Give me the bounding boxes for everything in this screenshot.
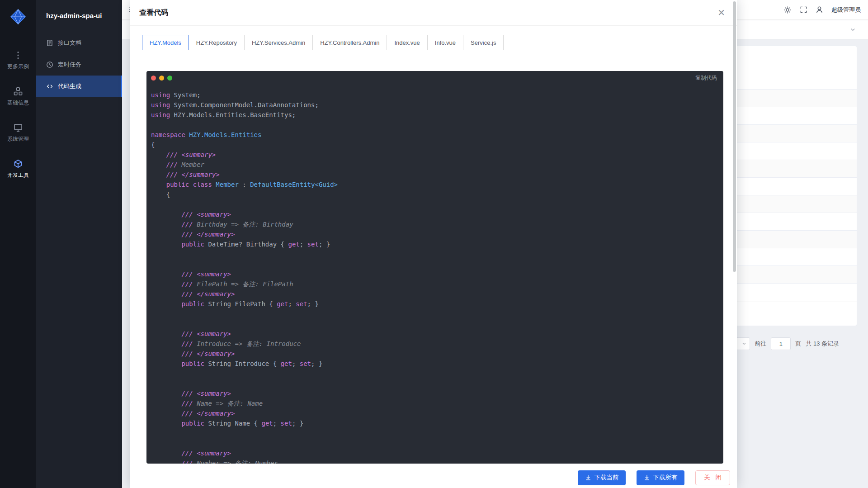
sidebar-item-basic-info[interactable]: 基础信息 <box>0 79 36 115</box>
document-icon <box>46 39 53 47</box>
window-dot-green-icon <box>167 76 172 81</box>
secondary-sidebar: hzy-admin-spa-ui 接口文档 定时任务 <box>36 0 122 488</box>
primary-sidebar: 更多示例 基础信息 系 <box>0 0 36 488</box>
menu-item-api-docs[interactable]: 接口文档 <box>36 32 122 54</box>
primary-nav: 更多示例 基础信息 系 <box>0 43 36 187</box>
download-icon <box>644 474 650 481</box>
modal-footer: 下载当前 下载所有 关 闭 <box>130 467 737 488</box>
menu-item-label: 接口文档 <box>58 39 81 47</box>
secondary-menu: 接口文档 定时任务 代码生成 <box>36 32 122 97</box>
code-tab[interactable]: HZY.Repository <box>189 35 245 50</box>
code-panel: 复制代码 using System;using System.Component… <box>146 71 723 464</box>
code-toolbar: 复制代码 <box>146 71 723 85</box>
code-tab[interactable]: Info.vue <box>427 35 463 50</box>
chevron-down-icon <box>741 341 747 346</box>
clock-icon <box>46 61 53 68</box>
download-all-button[interactable]: 下载所有 <box>637 470 684 485</box>
pagination-goto-label: 前往 <box>755 340 766 348</box>
menu-item-label: 定时任务 <box>58 61 81 69</box>
download-icon <box>585 474 591 481</box>
pagination-page-unit: 页 <box>795 340 801 348</box>
modal-header: 查看代码 ✕ <box>130 0 737 26</box>
page-number-input[interactable] <box>771 337 791 350</box>
code-tab[interactable]: Service.js <box>463 35 504 50</box>
app-root: 更多示例 基础信息 系 <box>0 0 868 488</box>
project-title: hzy-admin-spa-ui <box>36 0 122 19</box>
view-code-modal: 查看代码 ✕ HZY.Models HZY.Repository HZY.Ser… <box>130 0 737 488</box>
sidebar-item-dev-tools[interactable]: 开发工具 <box>0 151 36 187</box>
sidebar-item-more-examples[interactable]: 更多示例 <box>0 43 36 79</box>
logo-gem-icon <box>9 8 27 25</box>
menu-item-code-generation[interactable]: 代码生成 <box>36 76 122 97</box>
window-dot-yellow-icon <box>159 76 164 81</box>
sidebar-item-label: 系统管理 <box>7 135 29 143</box>
ellipsis-icon <box>14 51 23 60</box>
modal-title: 查看代码 <box>139 8 168 18</box>
download-current-button[interactable]: 下载当前 <box>578 470 626 485</box>
sidebar-item-label: 更多示例 <box>7 63 29 71</box>
close-icon[interactable]: ✕ <box>715 8 728 17</box>
window-dot-red-icon <box>151 76 156 81</box>
menu-item-scheduled-tasks[interactable]: 定时任务 <box>36 54 122 76</box>
chevron-down-icon[interactable] <box>849 26 856 33</box>
sidebar-item-system-management[interactable]: 系统管理 <box>0 115 36 151</box>
code-tab[interactable]: HZY.Models <box>142 35 189 50</box>
code-tab[interactable]: HZY.Services.Admin <box>244 35 313 50</box>
monitor-icon <box>14 123 23 132</box>
code-tab[interactable]: Index.vue <box>387 35 427 50</box>
copy-code-button[interactable]: 复制代码 <box>695 74 717 82</box>
pagination-bar: 前往 页 共 13 条记录 <box>724 336 839 351</box>
user-name[interactable]: 超级管理员 <box>831 6 861 14</box>
fullscreen-icon[interactable] <box>800 6 807 14</box>
settings-gear-icon[interactable] <box>783 6 792 14</box>
code-tab[interactable]: HZY.Controllers.Admin <box>312 35 387 50</box>
code-icon <box>46 83 53 90</box>
pagination-total: 共 13 条记录 <box>806 340 839 348</box>
package-icon <box>14 159 23 168</box>
code-tabs: HZY.Models HZY.Repository HZY.Services.A… <box>142 35 504 50</box>
grid-icon <box>14 87 23 96</box>
modal-scrollbar[interactable] <box>733 1 736 272</box>
header-actions: 超级管理员 <box>783 6 861 14</box>
user-avatar-icon[interactable] <box>816 6 823 14</box>
sidebar-item-label: 开发工具 <box>7 171 29 179</box>
close-modal-button[interactable]: 关 闭 <box>695 470 730 485</box>
menu-item-label: 代码生成 <box>58 82 81 90</box>
code-content: using System;using System.ComponentModel… <box>146 85 723 464</box>
app-logo[interactable] <box>0 0 36 33</box>
sidebar-item-label: 基础信息 <box>7 99 29 107</box>
